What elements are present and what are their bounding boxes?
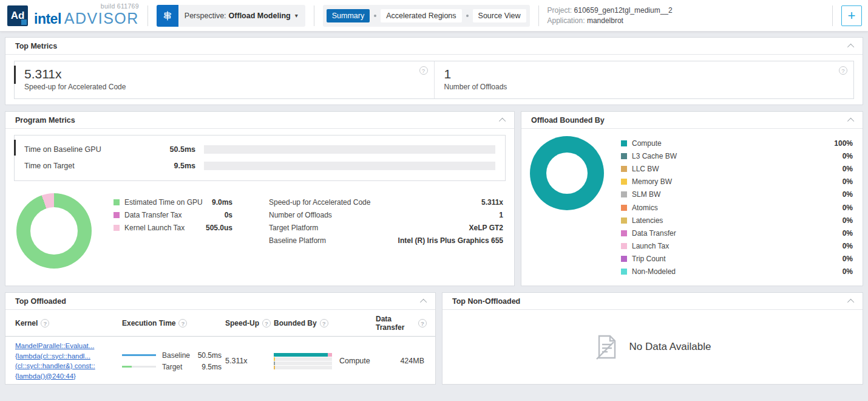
bounded-by-cell: Compute [274,353,376,369]
detail-value: XeLP GT2 [469,224,503,232]
panel-title: Program Metrics [15,116,75,125]
legend-label: Memory BW [632,177,672,186]
detail-row: Target Platform XeLP GT2 [269,221,503,234]
legend-item: Estimated Time on GPU 9.0ms [114,196,232,208]
legend-label: Latencies [632,216,663,225]
table-row: MandelParallel::Evaluat... {lambda(cl::s… [5,337,435,386]
legend-label: SLM BW [632,190,660,199]
help-icon[interactable]: ? [320,319,328,327]
kernel-link[interactable]: {lambda()@240:44} [15,371,122,382]
legend-swatch [621,191,627,197]
header-divider [538,5,539,26]
help-icon[interactable]: ? [839,66,847,75]
panel-title: Offload Bounded By [531,116,605,125]
metric-label: Speed-up for Accelerated Code [24,83,426,91]
time-breakdown-donut-chart [16,193,92,269]
collapse-chevron-icon[interactable] [847,299,854,306]
legend-item: Kernel Launch Tax 505.0us [114,221,232,234]
tab-source-view[interactable]: Source View [473,9,526,22]
kernel-link[interactable]: MandelParallel::Evaluat... [15,341,122,351]
bar-label: Time on Baseline GPU [24,145,158,154]
bounded-by-label: Compute [339,357,370,365]
top-non-offloaded-panel: Top Non-Offloaded No Data Available [442,292,863,385]
legend-label: Data Transfer [632,229,676,238]
tab-accelerated-regions[interactable]: Accelerated Regions [381,9,461,22]
bounded-by-legend: Compute100% L3 Cache BW0% LLC BW0% Memor… [621,136,853,278]
collapse-chevron-icon[interactable] [420,299,427,306]
advisor-wordmark: ADVISOR [64,10,139,27]
compute-bar [274,353,328,357]
app-header: Ad build 611769 intelADVISOR Perspective… [0,0,868,32]
perspective-icon [157,5,178,27]
detail-label: Number of Offloads [269,211,332,219]
panel-title: Top Non-Offloaded [452,297,520,306]
legend-swatch [621,243,627,249]
legend-swatch [621,218,627,224]
detail-label: Target Platform [269,224,318,232]
legend-value: 0% [843,242,853,250]
collapse-chevron-icon[interactable] [847,118,854,125]
project-label: Project: [548,6,572,15]
baseline-time-row: Time on Baseline GPU 50.5ms [24,143,495,156]
view-tabs: Summary Accelerated Regions Source View [323,5,530,27]
perspective-label: Perspective: [185,12,226,20]
legend-value: 0% [843,177,853,186]
speedup-cell: 5.311x [225,357,274,365]
legend-item: Data Transfer Tax 0s [114,208,232,221]
tick-mark [274,362,275,365]
kernel-link[interactable]: (cl::sycl::handler&) const:: [15,361,122,371]
time-comparison-box: Time on Baseline GPU 50.5ms Time on Targ… [14,135,506,181]
target-time-row: Time on Target 9.5ms [24,160,495,172]
legend-item: L3 Cache BW0% [621,149,853,162]
execution-time-cell: Baseline 50.5ms Target 9.5ms [122,349,225,372]
bounded-by-donut-chart [530,136,604,210]
legend-label: Compute [632,139,662,148]
legend-swatch [621,153,627,159]
legend-item: Memory BW0% [621,176,853,188]
data-transfer-cell: 424MB [376,357,427,365]
help-icon[interactable]: ? [178,319,187,327]
perspective-selector[interactable]: Perspective: Offload Modeling ▾ [157,5,305,27]
collapse-chevron-icon[interactable] [499,118,506,125]
legend-label: Kernel Launch Tax [124,224,185,232]
advisor-logo: Ad [7,5,28,26]
kernel-name-cell: MandelParallel::Evaluat... {lambda(cl::s… [15,341,122,381]
target-line: Target 9.5ms [122,361,225,372]
brand: build 611769 intelADVISOR [34,4,139,27]
detail-row: Baseline Platform Intel (R) Iris Plus Gr… [269,234,503,247]
detail-value: 5.311x [481,198,503,207]
legend-value: 0% [843,216,853,225]
help-icon[interactable]: ? [419,66,428,75]
project-info: Project: 610659_gen12tgl_medium__2 Appli… [548,5,673,26]
help-icon[interactable]: ? [41,319,49,327]
add-project-button[interactable]: + [841,5,862,26]
detail-label: Baseline Platform [269,236,326,245]
legend-label: Non-Modeled [632,267,676,276]
detail-row: Number of Offloads 1 [269,208,503,221]
legend-item: Trip Count0% [621,253,853,266]
collapse-chevron-icon[interactable] [847,44,854,50]
legend-swatch [114,225,120,231]
header-divider [314,5,314,26]
legend-swatch [114,212,120,218]
kernel-link[interactable]: {lambda(cl::sycl::handl... [15,351,122,362]
legend-value: 0s [225,211,232,219]
donut-legend: Estimated Time on GPU 9.0ms Data Transfe… [114,193,232,269]
legend-swatch [621,140,627,146]
legend-value: 0% [843,190,853,199]
detail-label: Speed-up for Accelerated Code [269,198,370,207]
tick-mark [274,357,275,361]
detail-value: 1 [499,211,503,219]
help-icon[interactable]: ? [262,319,271,327]
legend-swatch [621,269,627,275]
legend-label: L3 Cache BW [632,152,677,160]
legend-label: Trip Count [632,255,666,263]
legend-item: Data Transfer0% [621,227,853,239]
table-header: Kernel? Execution Time? Speed-Up? Bounde… [5,310,435,337]
baseline-line: Baseline 50.5ms [122,349,225,361]
bar-value: 50.5ms [158,145,195,154]
series-value: 50.5ms [194,351,222,360]
tab-summary[interactable]: Summary [327,9,370,22]
help-icon[interactable]: ? [418,319,427,327]
legend-value: 0% [843,229,853,238]
